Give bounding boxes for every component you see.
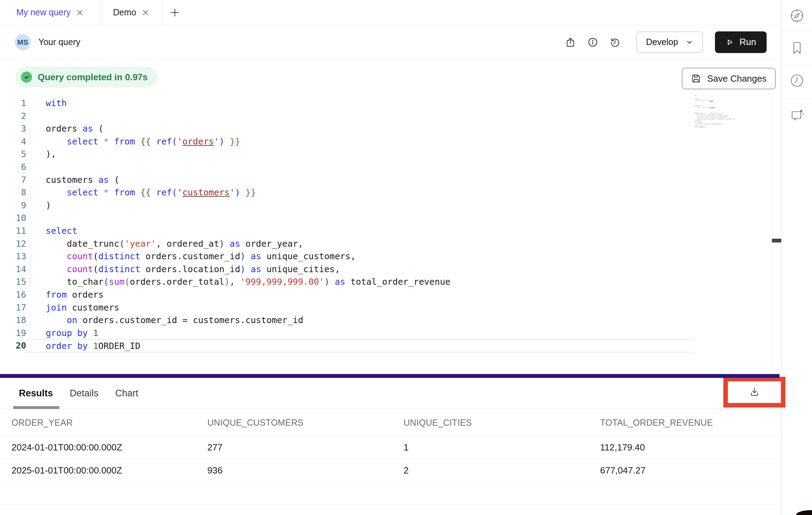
line-number: 7: [0, 174, 26, 187]
line-number: 20: [0, 339, 26, 352]
close-icon[interactable]: [76, 9, 84, 16]
table-cell: 2: [404, 465, 600, 476]
table-cell: 677,047.27: [600, 465, 781, 476]
tab-label: My new query: [16, 7, 71, 17]
line-number: 17: [0, 301, 26, 314]
sql-editor[interactable]: 1with23orders as (4 select * from {{ ref…: [0, 95, 781, 374]
line-number: 15: [0, 276, 26, 289]
line-number: 4: [0, 135, 26, 148]
code-line: 14 count(distinct orders.location_id) as…: [0, 263, 781, 276]
line-number: 14: [0, 263, 26, 276]
line-number: 12: [0, 238, 26, 251]
explore-button[interactable]: [782, 0, 812, 31]
history-icon: [610, 37, 621, 48]
clock-icon: [789, 73, 805, 89]
code-line: 18 on orders.customer_id = customers.cus…: [0, 314, 781, 327]
save-changes-button[interactable]: Save Changes: [682, 68, 776, 89]
info-button[interactable]: [587, 36, 599, 48]
history-button[interactable]: [609, 36, 621, 48]
save-icon: [691, 73, 701, 84]
code-line: 1with: [0, 97, 781, 110]
column-header: ORDER_YEAR: [12, 418, 207, 428]
table-cell: 2024-01-01T00:00:00.000Z: [12, 442, 207, 453]
line-number: 1: [0, 97, 26, 110]
code-line: 3orders as (: [0, 122, 781, 135]
code-line: 11select: [0, 225, 781, 238]
share-button[interactable]: [564, 36, 576, 48]
code-line: 15 to_char(sum(orders.order_total), '999…: [0, 276, 781, 289]
ai-assistant-button[interactable]: [782, 100, 812, 131]
code-line: 5),: [0, 148, 781, 161]
sidebar-divider: [782, 99, 812, 99]
code-line: 12 date_trunc('year', ordered_at) as ord…: [0, 238, 781, 251]
close-icon[interactable]: [142, 9, 149, 16]
develop-label: Develop: [646, 37, 678, 47]
code-line: 7customers as (: [0, 174, 781, 187]
editor-scrollbar-thumb[interactable]: [772, 239, 781, 242]
table-cell: 2025-01-01T00:00:00.000Z: [12, 465, 207, 476]
run-button[interactable]: Run: [715, 31, 767, 53]
editor-minimap[interactable]: withorders as ( select * from {{ ref('or…: [693, 95, 735, 130]
column-header: UNIQUE_CUSTOMERS: [207, 418, 404, 428]
line-number: 5: [0, 148, 26, 161]
tab-details[interactable]: Details: [70, 388, 99, 399]
code-line: 9): [0, 199, 781, 212]
code-line: 13 count(distinct orders.customer_id) as…: [0, 250, 781, 263]
column-header: TOTAL_ORDER_REVENUE: [600, 418, 781, 428]
success-check-icon: [21, 72, 32, 83]
code-line: 16from orders: [0, 289, 781, 301]
develop-dropdown[interactable]: Develop: [636, 31, 703, 53]
app-window: My new query Demo MS Your query: [0, 0, 812, 515]
line-number: 6: [0, 161, 26, 174]
results-table-body: 2024-01-01T00:00:00.000Z2771112,179.4020…: [0, 436, 781, 482]
tab-my-new-query[interactable]: My new query: [0, 0, 101, 25]
download-icon: [747, 385, 761, 399]
table-empty-row: [0, 482, 781, 505]
line-number: 3: [0, 122, 26, 135]
table-row: 2024-01-01T00:00:00.000Z2771112,179.40: [0, 436, 781, 459]
code-line: 19group by 1: [0, 327, 781, 340]
line-number: 2: [0, 110, 26, 123]
query-status-badge: Query completed in 0.97s: [16, 67, 157, 87]
results-table: ORDER_YEARUNIQUE_CUSTOMERSUNIQUE_CITIEST…: [0, 409, 781, 505]
compass-icon: [789, 8, 805, 24]
table-row: 2025-01-01T00:00:00.000Z9362677,047.27: [0, 459, 781, 482]
results-table-header: ORDER_YEARUNIQUE_CUSTOMERSUNIQUE_CITIEST…: [0, 409, 781, 436]
code-line: 17join customers: [0, 301, 781, 314]
save-label: Save Changes: [707, 73, 767, 84]
page-title: Your query: [38, 37, 80, 47]
run-label: Run: [739, 37, 756, 47]
results-tab-bar: Results Details Chart: [19, 378, 138, 409]
code-line: order by 1ORDER_ID: [693, 126, 735, 128]
code-line: 4 select * from {{ ref('orders') }}: [0, 135, 781, 148]
tab-chart[interactable]: Chart: [115, 388, 138, 399]
code-line: 8 select * from {{ ref('customers') }}: [0, 186, 781, 199]
bookmark-icon: [789, 40, 805, 56]
code-line: 6: [0, 161, 781, 174]
line-number: 8: [0, 186, 26, 199]
column-header: UNIQUE_CITIES: [404, 418, 600, 428]
play-icon: [725, 38, 734, 46]
code-line: 20order by 1ORDER_ID: [0, 339, 781, 352]
sidebar-divider: [782, 31, 812, 32]
tab-bar: My new query Demo: [0, 0, 781, 25]
query-header: MS Your query: [0, 25, 781, 59]
line-number: 11: [0, 225, 26, 238]
share-icon: [565, 37, 576, 48]
history-sidebar-button[interactable]: [782, 65, 812, 96]
download-results-button[interactable]: [747, 385, 762, 400]
line-number: 18: [0, 314, 26, 327]
new-tab-button[interactable]: [162, 0, 187, 25]
line-number: 19: [0, 327, 26, 340]
info-icon: [587, 37, 598, 48]
code-line: 10: [0, 212, 781, 225]
tab-demo[interactable]: Demo: [101, 0, 162, 25]
chevron-down-icon: [686, 38, 693, 46]
code-line: 2: [0, 110, 781, 123]
tab-results[interactable]: Results: [19, 388, 53, 399]
panel-resize-divider[interactable]: [0, 374, 780, 378]
annotation-highlight-box: [723, 377, 785, 408]
right-icon-sidebar: [782, 0, 812, 515]
bookmarks-button[interactable]: [782, 32, 812, 64]
table-cell: 936: [207, 465, 404, 476]
